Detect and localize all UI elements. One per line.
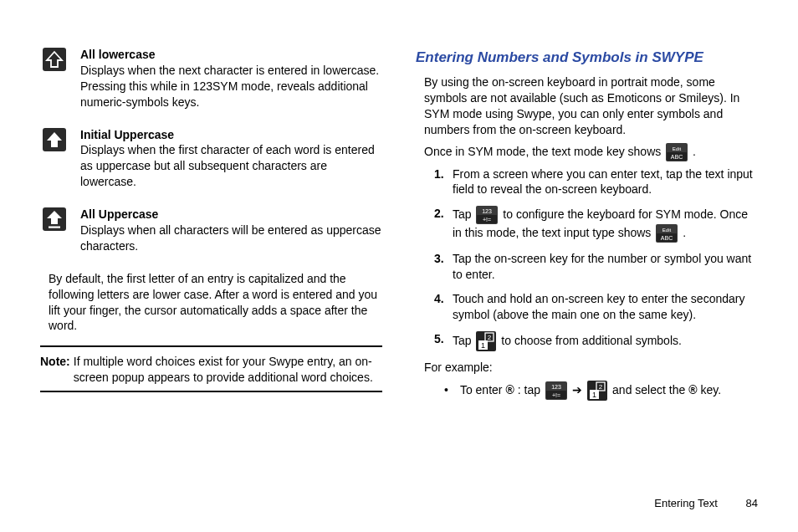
- example-label: For example:: [424, 360, 758, 376]
- item-desc: Displays when the first character of eac…: [80, 143, 375, 188]
- step-1: 1. From a screen where you can enter tex…: [434, 166, 758, 198]
- footer-page-number: 84: [746, 497, 758, 509]
- right-column: Entering Numbers and Symbols in SWYPE By…: [416, 47, 758, 468]
- svg-text:+!=: +!=: [552, 392, 560, 398]
- item-title: Initial Uppercase: [80, 128, 174, 141]
- example-bullet: • To enter ®: tap 123 +!= ➔ 2 1: [444, 381, 758, 401]
- item-all-uppercase: All Uppercase Displays when all characte…: [40, 207, 382, 254]
- svg-text:ABC: ABC: [661, 235, 673, 241]
- svg-text:Edit: Edit: [662, 228, 672, 233]
- svg-text:1: 1: [481, 341, 485, 350]
- one-two-key-icon: 2 1: [476, 331, 496, 351]
- item-title: All lowercase: [80, 48, 156, 61]
- footer-section: Entering Text: [654, 497, 718, 509]
- one-two-key-icon: 2 1: [587, 381, 607, 401]
- item-desc: Displays when the next character is ente…: [80, 64, 379, 109]
- left-column: All lowercase Displays when the next cha…: [40, 47, 382, 468]
- arrow-icon: ➔: [572, 382, 582, 398]
- svg-text:123: 123: [551, 384, 561, 390]
- svg-text:ABC: ABC: [671, 154, 683, 160]
- shift-filled-underline-icon: [40, 207, 69, 232]
- step-3: 3. Tap the on-screen key for the number …: [434, 251, 758, 283]
- step-5: 5. Tap 2 1 to choose from additional sym…: [434, 331, 758, 351]
- item-title: All Uppercase: [80, 207, 158, 221]
- default-paragraph: By default, the first letter of an entry…: [49, 271, 382, 335]
- svg-text:+!=: +!=: [483, 217, 491, 223]
- intro-para-1: By using the on-screen keyboard in portr…: [424, 74, 758, 138]
- item-initial-uppercase: Initial Uppercase Displays when the firs…: [40, 127, 382, 191]
- edit-abc-icon: Edit ABC: [666, 143, 688, 161]
- item-desc: Displays when all characters will be ent…: [80, 223, 381, 253]
- shift-outline-icon: [40, 47, 69, 72]
- svg-text:123: 123: [483, 208, 493, 214]
- svg-rect-3: [49, 227, 60, 228]
- edit-abc-icon: Edit ABC: [656, 224, 678, 243]
- divider: [40, 345, 382, 347]
- svg-text:2: 2: [599, 383, 603, 391]
- sym-key-icon: 123 +!=: [545, 381, 567, 400]
- item-all-lowercase: All lowercase Displays when the next cha…: [40, 47, 382, 110]
- svg-text:2: 2: [488, 334, 492, 341]
- page-footer: Entering Text 84: [0, 497, 798, 509]
- step-4: 4. Touch and hold an on-screen key to en…: [434, 291, 758, 323]
- svg-text:1: 1: [592, 391, 596, 399]
- note-body: If multiple word choices exist for your …: [74, 354, 382, 386]
- svg-text:Edit: Edit: [673, 146, 682, 151]
- note-block: Note: If multiple word choices exist for…: [40, 354, 382, 386]
- section-heading: Entering Numbers and Symbols in SWYPE: [416, 49, 758, 68]
- divider: [40, 391, 382, 392]
- step-2: 2. Tap 123 +!= to configure the keyboard…: [434, 206, 758, 243]
- intro-para-2: Once in SYM mode, the text mode key show…: [424, 143, 758, 161]
- shift-filled-icon: [40, 127, 69, 152]
- note-label: Note:: [40, 354, 70, 386]
- sym-key-icon: 123 +!=: [476, 206, 498, 224]
